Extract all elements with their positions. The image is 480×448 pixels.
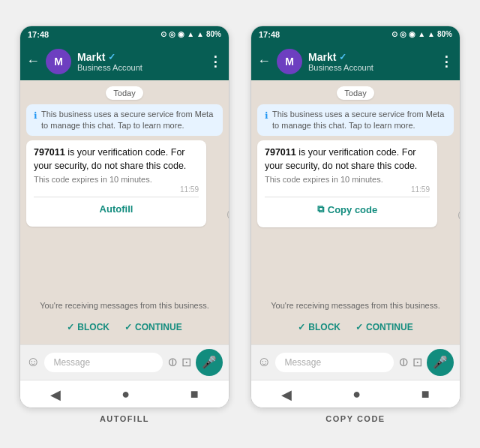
location-status-icon-1: ◉ [178, 30, 184, 38]
back-button-2[interactable]: ← [257, 53, 271, 69]
menu-icon-2[interactable]: ⋮ [440, 53, 454, 70]
contact-info-2: Markt ✓ Business Account [308, 51, 434, 72]
mic-button-2[interactable]: 🎤 [427, 349, 454, 376]
contact-name-1: Markt ✓ [77, 51, 202, 63]
back-button-1[interactable]: ← [26, 53, 40, 69]
block-check-icon-1: ✓ [67, 322, 74, 332]
chat-body-2: Today ℹ This business uses a secure serv… [251, 80, 460, 344]
back-nav-icon-2[interactable]: ◀ [281, 386, 292, 403]
message-time-1: 11:59 [34, 185, 199, 194]
info-icon-1: ℹ [34, 110, 38, 122]
spacer-2 [257, 232, 454, 291]
location-status-icon-2: ◉ [409, 30, 416, 38]
action-row-2: ✓ BLOCK ✓ CONTINUE [257, 319, 454, 338]
contact-name-2: Markt ✓ [308, 51, 434, 63]
nav-bar-1: ◀ ● ■ [20, 380, 229, 407]
message-sub-2: This code expires in 10 minutes. [265, 175, 430, 184]
contact-info-1: Markt ✓ Business Account [77, 51, 202, 72]
verified-badge-1: ✓ [108, 52, 116, 62]
wifi-icon-2: ▲ [428, 30, 435, 38]
whatsapp-icon-1: ⊙ [160, 30, 166, 38]
signal-icon-2: ▲ [418, 30, 425, 38]
main-container: 17:48 ⊙ ◎ ◉ ▲ ▲ 80% ← M Markt [0, 11, 480, 438]
message-bubble-wrapper-1: 797011 is your verification code. For yo… [26, 140, 223, 227]
back-nav-icon-1[interactable]: ◀ [50, 386, 61, 403]
date-chip-2: Today [337, 86, 374, 100]
action-row-1: ✓ BLOCK ✓ CONTINUE [26, 319, 223, 338]
secure-notice-2: ℹ This business uses a secure service fr… [257, 104, 454, 137]
emoji-icon-2[interactable]: ☺ [257, 354, 271, 370]
copycode-label: COPY CODE [326, 414, 385, 423]
status-icons-1: ⊙ ◎ ◉ ▲ ▲ 80% [160, 30, 221, 38]
business-notice-1: You're receiving messages from this busi… [26, 296, 223, 314]
status-time-2: 17:48 [259, 30, 280, 39]
continue-link-1[interactable]: ✓ CONTINUE [124, 322, 182, 332]
recents-nav-icon-2[interactable]: ■ [422, 386, 430, 402]
message-bubble-wrapper-2: 797011 is your verification code. For yo… [257, 140, 454, 227]
spacer-1 [26, 231, 223, 291]
input-bar-1: ☺ Message ⊘ ⊡ 🎤 [20, 344, 229, 380]
home-nav-icon-1[interactable]: ● [122, 386, 130, 402]
contact-type-2: Business Account [308, 63, 434, 72]
home-nav-icon-2[interactable]: ● [352, 386, 361, 402]
avatar-1: M [46, 49, 71, 74]
nav-bar-2: ◀ ● ■ [251, 380, 460, 407]
signal-icon-1: ▲ [187, 30, 194, 38]
copycode-phone-wrapper: 17:48 ⊙ ◎ ◉ ▲ ▲ 80% ← M Markt [246, 26, 465, 423]
status-time-1: 17:48 [28, 30, 49, 39]
message-text-2: 797011 is your verification code. For yo… [265, 146, 430, 173]
info-circle-1: i [227, 209, 229, 221]
autofill-button[interactable]: Autofill [34, 197, 199, 221]
continue-check-icon-2: ✓ [356, 322, 363, 332]
input-icons-1: ⊘ ⊡ [167, 355, 191, 369]
battery-2: 80% [437, 30, 452, 38]
verified-badge-2: ✓ [339, 52, 346, 62]
block-check-icon-2: ✓ [298, 322, 305, 332]
message-sub-1: This code expires in 10 minutes. [34, 175, 199, 184]
date-chip-1: Today [106, 86, 142, 100]
avatar-2: M [277, 49, 302, 74]
continue-link-2[interactable]: ✓ CONTINUE [356, 322, 413, 332]
camera-icon-2[interactable]: ⊡ [412, 355, 422, 369]
copy-icon: ⧉ [317, 203, 324, 215]
message-time-2: 11:59 [265, 185, 430, 194]
chat-body-1: Today ℹ This business uses a secure serv… [20, 80, 229, 344]
recents-nav-icon-1[interactable]: ■ [190, 386, 199, 402]
emoji-icon-1[interactable]: ☺ [26, 354, 40, 370]
whatsapp-icon-2: ⊙ [392, 30, 398, 38]
message-input-2[interactable]: Message [275, 353, 394, 372]
secure-notice-1: ℹ This business uses a secure service fr… [26, 104, 223, 137]
message-bubble-2: 797011 is your verification code. For yo… [257, 140, 437, 227]
mic-button-1[interactable]: 🎤 [196, 349, 223, 376]
attach-icon-1[interactable]: ⊘ [164, 353, 181, 371]
block-link-2[interactable]: ✓ BLOCK [298, 322, 340, 332]
continue-check-icon-1: ✓ [124, 322, 132, 332]
autofill-label: AUTOFILL [100, 414, 149, 423]
camera-icon-1[interactable]: ⊡ [182, 355, 191, 369]
status-icons-2: ⊙ ◎ ◉ ▲ ▲ 80% [392, 30, 452, 38]
chat-header-2: ← M Markt ✓ Business Account ⋮ [251, 43, 460, 80]
contact-type-1: Business Account [77, 63, 202, 72]
status-bar-2: 17:48 ⊙ ◎ ◉ ▲ ▲ 80% [251, 26, 460, 43]
autofill-phone-wrapper: 17:48 ⊙ ◎ ◉ ▲ ▲ 80% ← M Markt [15, 26, 234, 423]
status-bar-1: 17:48 ⊙ ◎ ◉ ▲ ▲ 80% [20, 26, 229, 43]
info-icon-2: ℹ [265, 110, 268, 122]
block-link-1[interactable]: ✓ BLOCK [67, 322, 110, 332]
camera-status-icon-1: ◎ [169, 30, 176, 38]
autofill-phone: 17:48 ⊙ ◎ ◉ ▲ ▲ 80% ← M Markt [20, 26, 230, 408]
message-bubble-1: 797011 is your verification code. For yo… [26, 140, 206, 227]
copy-code-button[interactable]: ⧉ Copy code [265, 197, 430, 221]
camera-status-icon-2: ◎ [400, 30, 406, 38]
chat-header-1: ← M Markt ✓ Business Account ⋮ [20, 43, 229, 80]
message-input-1[interactable]: Message [44, 353, 163, 372]
battery-1: 80% [206, 30, 221, 38]
wifi-icon-1: ▲ [196, 30, 204, 38]
copycode-phone: 17:48 ⊙ ◎ ◉ ▲ ▲ 80% ← M Markt [250, 26, 460, 408]
message-text-1: 797011 is your verification code. For yo… [34, 146, 199, 173]
input-icons-2: ⊘ ⊡ [398, 355, 422, 369]
input-bar-2: ☺ Message ⊘ ⊡ 🎤 [251, 344, 460, 380]
menu-icon-1[interactable]: ⋮ [208, 53, 223, 70]
business-notice-2: You're receiving messages from this busi… [257, 296, 454, 314]
info-circle-2: i [458, 209, 460, 221]
attach-icon-2[interactable]: ⊘ [394, 353, 412, 371]
